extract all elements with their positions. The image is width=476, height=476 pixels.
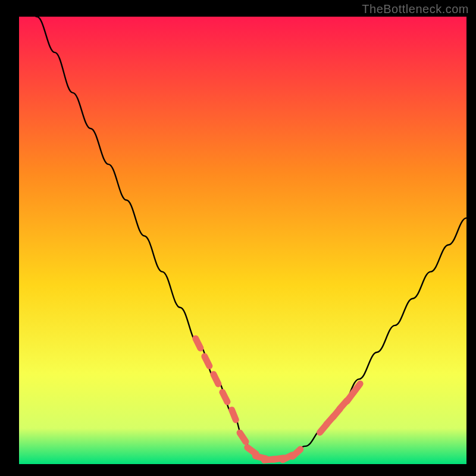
chart-stage: TheBottleneck.com xyxy=(0,0,476,476)
gradient-background xyxy=(19,17,466,464)
chart-svg xyxy=(19,17,466,464)
highlight-dash xyxy=(196,339,201,348)
highlight-dash xyxy=(223,392,227,402)
watermark-text: TheBottleneck.com xyxy=(362,2,469,16)
highlight-dash xyxy=(214,374,218,384)
highlight-dash xyxy=(205,356,209,366)
highlight-dash xyxy=(232,410,236,420)
plot-area xyxy=(19,17,466,464)
